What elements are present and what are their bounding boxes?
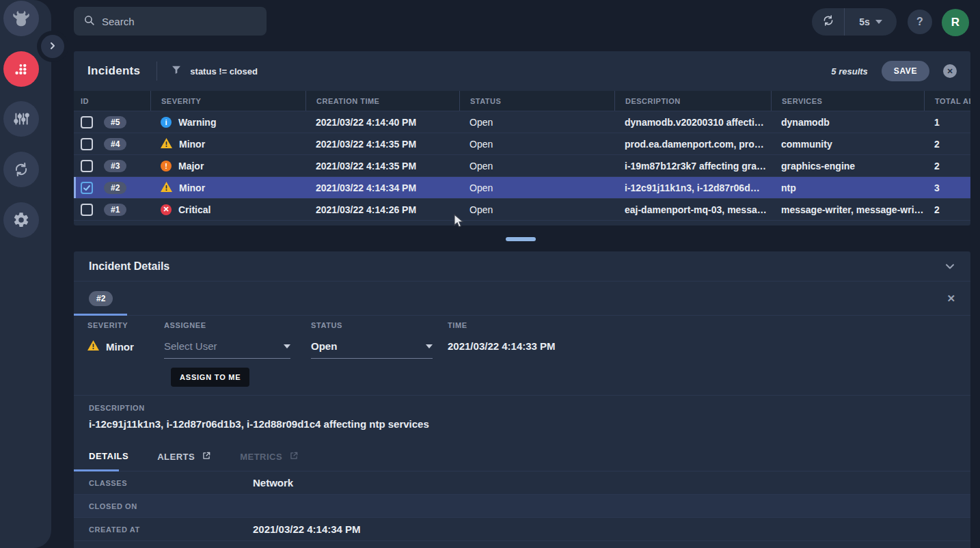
description-section: DESCRIPTION i-12c91j11k1n3, i-12d87r06d1… — [74, 395, 970, 447]
help-button[interactable]: ? — [908, 10, 932, 34]
table-row[interactable]: #2Minor2021/03/22 4:14:34 PMOpeni-12c91j… — [74, 177, 970, 199]
kv-row-partial — [74, 541, 970, 548]
kv-value: Network — [253, 477, 293, 489]
panel-resize-handle[interactable] — [506, 237, 536, 241]
assign-to-me-button[interactable]: ASSIGN TO ME — [171, 368, 249, 387]
severity-label: SEVERITY — [87, 321, 134, 329]
sidebar-item-sync[interactable] — [3, 152, 39, 187]
page-title: Incidents — [87, 64, 140, 78]
incident-id-badge: #2 — [104, 182, 126, 194]
total-alerts-cell: 2 — [924, 139, 970, 150]
filter-icon — [171, 64, 182, 78]
status-value: Open — [311, 340, 337, 352]
time-label: TIME — [448, 321, 556, 329]
kv-row: CREATED AT2021/03/22 4:14:34 PM — [74, 518, 970, 541]
app-logo[interactable] — [3, 1, 39, 36]
description-cell: i-12c91j11k1n3, i-12d87r06d… — [614, 182, 771, 193]
services-cell: dynamodb — [771, 117, 924, 128]
status-field: STATUS Open — [311, 321, 433, 359]
row-checkbox[interactable] — [81, 116, 93, 128]
column-header-total-alerts[interactable]: TOTAL AL — [924, 91, 970, 111]
refresh-button[interactable] — [812, 8, 845, 36]
row-checkbox[interactable] — [81, 204, 93, 216]
total-alerts-cell: 2 — [924, 204, 970, 215]
assignee-dropdown[interactable]: Select User — [164, 340, 290, 359]
refresh-control: 5s — [812, 8, 897, 36]
table-row[interactable]: #5iWarning2021/03/22 4:14:40 PMOpendynam… — [74, 111, 970, 133]
details-tab-bar: DETAILS ALERTS METRICS — [74, 447, 970, 471]
search-input[interactable] — [102, 16, 257, 27]
severity-cell: ✕Critical — [150, 204, 305, 215]
id-cell: #2 — [74, 182, 150, 194]
creation-time-cell: 2021/03/22 4:14:26 PM — [305, 204, 459, 215]
sidebar-expand-button[interactable] — [41, 35, 64, 58]
id-cell: #4 — [74, 138, 150, 150]
id-cell: #3 — [74, 160, 150, 172]
bull-logo-icon — [11, 8, 31, 29]
sidebar-item-settings[interactable] — [3, 202, 39, 238]
description-cell: prod.ea.damenport.com, pro… — [614, 139, 771, 150]
incident-details-panel: Incident Details #2 ✕ SEVERITY Minor ASS… — [74, 251, 970, 548]
description-cell: i-19m87b12r3k7 affecting gra… — [614, 161, 771, 172]
refresh-icon — [822, 14, 834, 29]
severity-minor-icon — [87, 340, 99, 353]
active-tab-indicator — [74, 469, 119, 471]
sidebar-item-incidents[interactable] — [3, 51, 39, 87]
table-row[interactable]: #4Minor2021/03/22 4:14:35 PMOpenprod.ea.… — [74, 133, 970, 155]
sidebar-item-metrics[interactable] — [3, 101, 39, 137]
tab-alerts[interactable]: ALERTS — [157, 451, 211, 463]
assignee-placeholder: Select User — [164, 340, 217, 352]
severity-cell: Minor — [150, 138, 305, 150]
column-header-creation-time[interactable]: CREATION TIME — [305, 91, 459, 111]
severity-cell: !Major — [150, 161, 305, 172]
chevron-down-icon — [284, 344, 290, 348]
table-row[interactable]: #3!Major2021/03/22 4:14:35 PMOpeni-19m87… — [74, 155, 970, 177]
kv-value: 2021/03/22 4:14:34 PM — [253, 523, 361, 535]
incident-details-title: Incident Details — [89, 260, 169, 273]
severity-major-icon: ! — [161, 161, 172, 172]
incident-details-header: Incident Details — [74, 251, 970, 282]
incident-tab[interactable]: #2 — [89, 291, 113, 306]
services-cell: graphics-engine — [771, 161, 924, 172]
column-header-id[interactable]: ID — [74, 91, 150, 111]
row-checkbox[interactable] — [81, 138, 93, 150]
external-link-icon — [202, 451, 211, 463]
time-value: 2021/03/22 4:14:33 PM — [448, 340, 556, 352]
severity-cell: Minor — [150, 182, 305, 194]
status-cell: Open — [459, 161, 614, 172]
creation-time-cell: 2021/03/22 4:14:34 PM — [305, 182, 459, 193]
creation-time-cell: 2021/03/22 4:14:35 PM — [305, 139, 459, 150]
row-checkbox[interactable] — [81, 182, 93, 194]
creation-time-cell: 2021/03/22 4:14:35 PM — [305, 161, 459, 172]
sliders-icon — [12, 110, 30, 128]
chevron-down-icon — [426, 344, 433, 348]
collapse-panel-button[interactable] — [944, 261, 955, 272]
chevron-down-icon — [875, 20, 882, 24]
filter-query[interactable]: status != closed — [190, 66, 258, 77]
tab-details[interactable]: DETAILS — [89, 451, 128, 461]
results-count: 5 results — [831, 66, 867, 77]
close-tab-icon[interactable]: ✕ — [947, 292, 955, 305]
column-header-status[interactable]: STATUS — [459, 91, 614, 111]
status-dropdown[interactable]: Open — [311, 340, 433, 359]
sync-icon — [12, 161, 30, 178]
column-header-services[interactable]: SERVICES — [771, 91, 924, 111]
description-cell: dynamodb.v20200310 affecti… — [614, 117, 771, 128]
incidents-dots-icon — [12, 59, 31, 79]
chevron-right-icon — [49, 40, 57, 53]
clear-filter-icon[interactable]: ✕ — [943, 64, 957, 78]
description-label: DESCRIPTION — [89, 404, 955, 412]
column-header-description[interactable]: DESCRIPTION — [614, 91, 771, 111]
search-box[interactable] — [74, 7, 267, 36]
severity-minor-icon — [161, 138, 172, 150]
status-cell: Open — [459, 182, 614, 193]
sidebar — [0, 0, 51, 548]
table-row[interactable]: #1✕Critical2021/03/22 4:14:26 PMOpeneaj-… — [74, 199, 970, 221]
tab-metrics[interactable]: METRICS — [240, 451, 299, 463]
id-cell: #5 — [74, 116, 150, 128]
row-checkbox[interactable] — [81, 160, 93, 172]
avatar[interactable]: R — [942, 9, 969, 36]
refresh-interval-dropdown[interactable]: 5s — [845, 16, 897, 27]
column-header-severity[interactable]: SEVERITY — [150, 91, 305, 111]
save-button[interactable]: SAVE — [882, 61, 929, 81]
